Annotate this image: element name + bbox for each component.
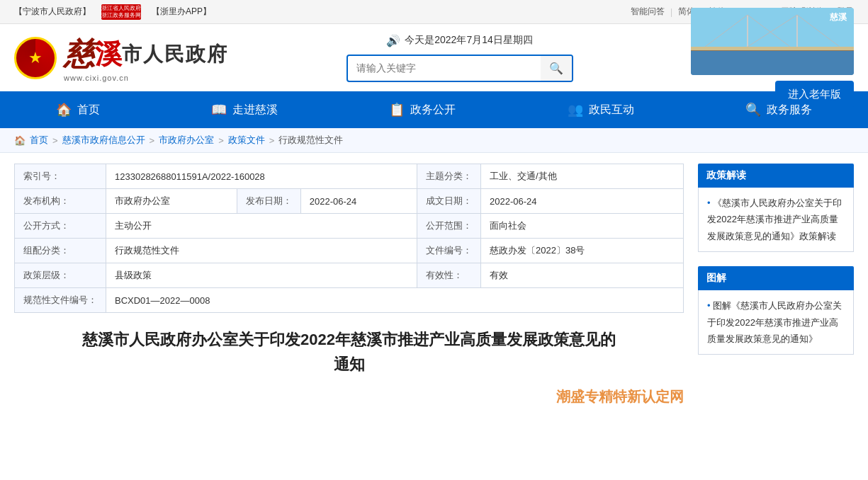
article-title-line2: 通知 [28,352,670,377]
main-content: 索引号： 12330282688011591A/2022-160028 主题分类… [0,153,868,417]
nav-interaction[interactable]: 👥 政民互动 [546,91,655,128]
sidebar: 政策解读 《慈溪市人民政府办公室关于印发2022年慈溪市推进产业高质量发展政策意… [698,164,854,406]
ningbo-link[interactable]: 【宁波市人民政府】 [14,6,91,18]
search-button[interactable]: 🔍 [541,56,572,81]
clipboard-icon: 📋 [389,102,405,118]
nav-service[interactable]: 🔍 政务服务 [724,91,833,128]
policy-reading-body: 《慈溪市人民政府办公室关于印发2022年慈溪市推进产业高质量发展政策意见的通知》… [698,188,854,252]
logo-gov-text: 市人民政府 [122,41,228,68]
label-open-scope: 公开范围： [417,214,480,239]
breadcrumb-office[interactable]: 市政府办公室 [159,134,214,147]
label-org: 发布机构： [15,189,106,214]
label-category: 组配分类： [15,239,106,263]
search-input[interactable] [348,57,541,79]
top-bar-left: 【宁波市人民政府】 浙江省人民政府 浙江政务服务网 【浙里办APP】 [14,4,211,20]
content-area: 索引号： 12330282688011591A/2022-160028 主题分类… [14,164,684,406]
policy-reading-link-1[interactable]: 《慈溪市人民政府办公室关于印发2022年慈溪市推进产业高质量发展政策意见的通知》… [707,195,845,244]
smart-qa-link[interactable]: 智能问答 [631,6,665,18]
logo-emblem: ★ [14,37,57,79]
search-bar: 🔍 [346,55,573,82]
bridge-label: 慈溪 [830,11,847,23]
magnifier-icon: 🔍 [745,102,761,118]
label-policy-level: 政策层级： [15,263,106,288]
nav-home-label: 首页 [77,103,100,118]
breadcrumb-home-icon: 🏠 [14,135,26,146]
label-doc-no: 文件编号： [417,239,480,263]
logo-char-ci: 慈 [64,33,95,75]
label-index: 索引号： [15,164,106,189]
header-logo-area: ★ 慈 溪 市人民政府 www.cixi.gov.cn [14,33,228,82]
zj-logo-img: 浙江省人民政府 浙江政务服务网 [101,4,141,20]
graphic-section-title: 图解 [698,266,854,290]
value-org: 市政府办公室 [106,189,237,214]
label-doc-date: 成文日期： [417,189,480,214]
graphic-section-body: 图解《慈溪市人民政府办公室关于印发2022年慈溪市推进产业高质量发展政策意见的通… [698,290,854,355]
speaker-icon: 🔊 [386,34,400,47]
zhejiang-app-link[interactable]: 【浙里办APP】 [152,6,211,18]
value-index: 12330282688011591A/2022-160028 [106,164,417,189]
nav-about-label: 走进慈溪 [232,103,278,118]
watermark: 潮盛专精特新认定网 [14,387,684,406]
nav-service-label: 政务服务 [767,103,812,118]
map-icon: 📖 [211,102,227,118]
home-icon: 🏠 [56,102,72,118]
value-doc-date: 2022-06-24 [480,189,683,214]
label-theme: 主题分类： [417,164,480,189]
label-validity: 有效性： [417,263,480,288]
value-doc-no: 慈政办发〔2022〕38号 [480,239,683,263]
nav-home[interactable]: 🏠 首页 [35,91,121,128]
label-open-way: 公开方式： [15,214,106,239]
nav-about[interactable]: 📖 走进慈溪 [190,91,299,128]
svg-rect-9 [691,47,854,50]
date-text: 今天是2022年7月14日星期四 [405,34,533,47]
nav-affairs-label: 政务公开 [410,103,456,118]
nav-affairs[interactable]: 📋 政务公开 [368,91,477,128]
table-row: 政策层级： 县级政策 有效性： 有效 [15,263,684,288]
value-category: 行政规范性文件 [106,239,417,263]
breadcrumb-info-public[interactable]: 慈溪市政府信息公开 [62,134,145,147]
info-table: 索引号： 12330282688011591A/2022-160028 主题分类… [14,164,684,313]
breadcrumb-home[interactable]: 首页 [30,134,48,147]
logo-title: 慈 溪 市人民政府 [64,33,228,75]
breadcrumb-current: 行政规范性文件 [278,134,343,147]
label-pub-date: 发布日期： [237,189,300,214]
logo-text: 慈 溪 市人民政府 www.cixi.gov.cn [64,33,228,82]
policy-reading-section: 政策解读 《慈溪市人民政府办公室关于印发2022年慈溪市推进产业高质量发展政策意… [698,164,854,252]
main-nav: 🏠 首页 📖 走进慈溪 📋 政务公开 👥 政民互动 🔍 政务服务 [0,91,868,128]
people-icon: 👥 [568,102,583,118]
article-title-line1: 慈溪市人民政府办公室关于印发2022年慈溪市推进产业高质量发展政策意见的 [28,327,670,352]
graphic-section: 图解 图解《慈溪市人民政府办公室关于印发2022年慈溪市推进产业高质量发展政策意… [698,266,854,355]
value-policy-level: 县级政策 [106,263,417,288]
value-theme: 工业、交通/其他 [480,164,683,189]
table-row: 公开方式： 主动公开 公开范围： 面向社会 [15,214,684,239]
breadcrumb-policy[interactable]: 政策文件 [228,134,265,147]
table-row: 索引号： 12330282688011591A/2022-160028 主题分类… [15,164,684,189]
value-open-way: 主动公开 [106,214,417,239]
breadcrumb: 🏠 首页 > 慈溪市政府信息公开 > 市政府办公室 > 政策文件 > 行政规范性… [0,128,868,153]
nav-interaction-label: 政民互动 [589,103,634,118]
value-norm-no: BCXD01—2022—0008 [106,288,684,313]
graphic-link-1[interactable]: 图解《慈溪市人民政府办公室关于印发2022年慈溪市推进产业高质量发展政策意见的通… [707,297,845,347]
logo-url: www.cixi.gov.cn [64,74,228,82]
table-row: 规范性文件编号： BCXD01—2022—0008 [15,288,684,313]
header-center: 🔊 今天是2022年7月14日星期四 🔍 [346,34,573,82]
header-date: 🔊 今天是2022年7月14日星期四 [386,34,533,47]
label-norm-no: 规范性文件编号： [15,288,106,313]
table-row: 发布机构： 市政府办公室 发布日期： 2022-06-24 成文日期： 2022… [15,189,684,214]
table-row: 组配分类： 行政规范性文件 文件编号： 慈政办发〔2022〕38号 [15,239,684,263]
header: ★ 慈 溪 市人民政府 www.cixi.gov.cn 🔊 今天是2022年7月… [0,24,868,91]
value-open-scope: 面向社会 [480,214,683,239]
policy-reading-title: 政策解读 [698,164,854,188]
logo-char-xi: 溪 [95,36,122,72]
emblem-star-icon: ★ [28,49,43,67]
value-pub-date: 2022-06-24 [300,189,417,214]
article-title: 慈溪市人民政府办公室关于印发2022年慈溪市推进产业高质量发展政策意见的 通知 [14,327,684,377]
value-validity: 有效 [480,263,683,288]
bridge-image: 慈溪 [691,8,854,75]
zhejiang-logo: 浙江省人民政府 浙江政务服务网 [101,4,141,20]
